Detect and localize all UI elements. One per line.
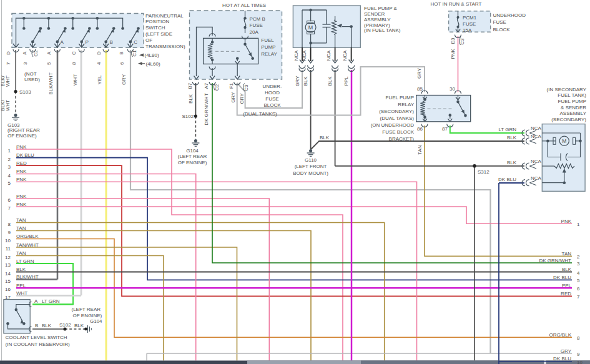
svg-text:C1: C1 (132, 50, 137, 57)
svg-text:RED: RED (16, 160, 27, 166)
svg-text:HOOD: HOOD (265, 90, 280, 96)
svg-text:FUEL PUMP: FUEL PUMP (386, 95, 415, 101)
svg-text:B7: B7 (187, 82, 193, 89)
svg-text:GRY: GRY (295, 76, 300, 87)
svg-text:GRY: GRY (561, 348, 572, 354)
svg-text:BLK/WHT: BLK/WHT (16, 274, 39, 280)
svg-text:DK BLU: DK BLU (553, 275, 571, 280)
svg-text:16: 16 (5, 287, 11, 292)
svg-text:(DUAL TANKS): (DUAL TANKS) (380, 116, 414, 121)
svg-text:YEL: YEL (97, 75, 102, 85)
svg-text:A: A (61, 39, 64, 45)
svg-text:C2: C2 (33, 50, 39, 57)
svg-text:TAN: TAN (417, 145, 423, 155)
svg-text:PUMP: PUMP (261, 44, 275, 50)
svg-text:M: M (562, 138, 566, 144)
svg-text:OF ENGINE): OF ENGINE) (178, 160, 207, 165)
svg-text:B: B (109, 39, 112, 45)
svg-text:PCM B: PCM B (250, 16, 265, 22)
svg-text:NCA: NCA (302, 50, 307, 61)
svg-text:ORG/BLK: ORG/BLK (549, 332, 571, 338)
svg-text:3: 3 (22, 62, 28, 65)
svg-text:S102: S102 (182, 114, 194, 119)
svg-text:PARK/NEUTRAL: PARK/NEUTRAL (145, 13, 184, 19)
svg-text:A: A (46, 51, 52, 55)
svg-text:(LEFT SIDE: (LEFT SIDE (145, 31, 172, 37)
svg-text:COOLANT LEVEL SWITCH: COOLANT LEVEL SWITCH (6, 335, 67, 340)
svg-text:3: 3 (8, 164, 11, 170)
svg-text:FUSE: FUSE (493, 19, 506, 25)
svg-text:PNK: PNK (561, 219, 572, 224)
svg-text:S103: S103 (19, 89, 31, 95)
svg-text:RELAY: RELAY (261, 51, 277, 57)
svg-text:2: 2 (577, 254, 580, 260)
svg-text:15: 15 (5, 278, 11, 284)
svg-text:TAN/WHT: TAN/WHT (16, 242, 39, 248)
svg-text:NCA: NCA (326, 50, 332, 61)
svg-text:(LEFT REAR: (LEFT REAR (178, 154, 207, 159)
svg-text:DK BLU: DK BLU (16, 152, 34, 158)
svg-text:RELAY: RELAY (398, 102, 414, 107)
svg-text:4: 4 (8, 173, 11, 179)
svg-text:TAN: TAN (16, 217, 26, 223)
svg-text:10: 10 (5, 238, 11, 243)
svg-text:NCA: NCA (293, 50, 299, 61)
svg-text:8: 8 (577, 335, 580, 341)
svg-text:BRACKET): BRACKET) (389, 136, 415, 142)
svg-text:6: 6 (577, 286, 580, 292)
svg-text:(LEFT FRONT: (LEFT FRONT (295, 164, 327, 169)
svg-text:(DUAL TANKS): (DUAL TANKS) (243, 111, 277, 117)
svg-text:6: 6 (8, 197, 11, 203)
svg-text:86: 86 (417, 126, 423, 132)
svg-text:8: 8 (72, 62, 77, 65)
svg-text:TAN: TAN (562, 251, 572, 257)
svg-text:9: 9 (577, 352, 580, 357)
svg-text:WHT: WHT (72, 74, 78, 86)
svg-text:PNK: PNK (16, 177, 27, 182)
svg-text:BLOCK: BLOCK (263, 102, 281, 108)
svg-text:NCA: NCA (531, 175, 542, 181)
svg-text:1: 1 (8, 148, 11, 154)
svg-text:OF ENGINE): OF ENGINE) (73, 313, 102, 318)
svg-text:85: 85 (417, 86, 423, 92)
svg-text:RED: RED (561, 291, 571, 297)
svg-text:(4L80): (4L80) (145, 52, 159, 58)
svg-text:BLOCK: BLOCK (493, 27, 511, 32)
svg-text:5: 5 (47, 62, 52, 65)
svg-text:C3: C3 (243, 84, 249, 91)
svg-text:BLK: BLK (188, 94, 194, 104)
svg-text:BLK: BLK (16, 267, 26, 272)
svg-text:TAN: TAN (16, 250, 26, 256)
svg-text:13: 13 (5, 262, 11, 268)
svg-text:WHT: WHT (5, 100, 11, 111)
svg-text:11: 11 (6, 246, 11, 252)
svg-text:(NOT: (NOT (24, 71, 37, 77)
svg-text:NCA: NCA (531, 125, 542, 131)
svg-text:BLK: BLK (42, 323, 52, 328)
svg-text:9: 9 (8, 230, 11, 235)
svg-text:USED): USED) (24, 77, 40, 82)
svg-text:& SENDER: & SENDER (561, 105, 586, 111)
svg-text:PPL: PPL (343, 76, 349, 86)
svg-text:8: 8 (8, 222, 11, 227)
svg-text:GRY: GRY (416, 67, 422, 79)
svg-text:PNK: PNK (16, 144, 27, 150)
svg-text:WHT: WHT (5, 76, 11, 87)
svg-text:4: 4 (97, 62, 102, 65)
svg-text:A7: A7 (204, 82, 210, 89)
svg-text:C3: C3 (460, 38, 465, 45)
svg-text:7: 7 (6, 62, 12, 65)
svg-text:C: C (134, 39, 137, 45)
svg-text:PCM1: PCM1 (463, 15, 477, 21)
svg-text:GRY: GRY (239, 93, 245, 104)
svg-text:BLK/WHT: BLK/WHT (48, 72, 54, 95)
svg-text:(LEFT REAR: (LEFT REAR (72, 307, 101, 312)
svg-text:FUEL TANK): FUEL TANK) (558, 92, 586, 98)
svg-text:G103: G103 (7, 122, 20, 128)
svg-text:30: 30 (450, 86, 455, 92)
svg-text:BLK: BLK (74, 323, 84, 328)
svg-text:D: D (96, 51, 102, 55)
svg-text:GRY: GRY (230, 92, 236, 103)
svg-text:(4L60): (4L60) (146, 61, 160, 67)
svg-text:C: C (71, 51, 77, 55)
